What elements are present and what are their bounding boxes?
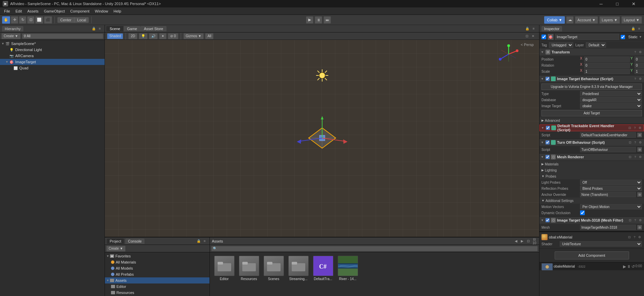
asset-river[interactable]: River - 14...	[337, 256, 359, 281]
close-button[interactable]: ✕	[626, 0, 641, 7]
asset-defaulttrackable[interactable]: C# DefaultTra...	[312, 256, 334, 281]
scene-light-btn[interactable]: 💡	[139, 33, 148, 39]
layout-dropdown[interactable]: Layout ▼	[621, 16, 642, 24]
trackable-prefab-btn[interactable]: ⊡	[627, 126, 632, 130]
project-menu-btn[interactable]: ≡	[202, 238, 207, 244]
step-button[interactable]: ⏭	[324, 16, 331, 24]
project-tab-project[interactable]: Project	[107, 238, 124, 244]
scale-x-field[interactable]	[584, 69, 630, 74]
scene-panel-lock[interactable]: 🔒	[525, 26, 530, 31]
upgrade-btn[interactable]: Upgrade to Vuforia Engine 8.3.9 via Pack…	[541, 84, 642, 90]
rot-x-field[interactable]	[584, 63, 630, 68]
trackable-event-header[interactable]: ▼ Default Trackable Event Handler (Scrip…	[539, 124, 644, 131]
advanced-subheader[interactable]: ▶ Advanced	[539, 117, 644, 123]
rotate-tool[interactable]: ↻	[19, 16, 26, 24]
collab-button[interactable]: Collab ▼	[544, 16, 565, 24]
scene-vfx-btn[interactable]: ✦	[159, 33, 166, 39]
anchor-override-pick-btn[interactable]: ⊙	[637, 192, 642, 197]
local-button[interactable]: Local	[74, 17, 89, 23]
probes-subheader[interactable]: ▼ Probes	[539, 173, 644, 179]
video-loop-btn[interactable]: ↺	[631, 264, 635, 269]
scene-tab-assetstore[interactable]: Asset Store	[140, 26, 166, 31]
transform-tool[interactable]: ⬛	[44, 16, 52, 24]
proj-item-allmodels[interactable]: All Models	[105, 265, 209, 271]
project-tab-console[interactable]: Console	[125, 238, 144, 244]
add-target-btn[interactable]: Add Target	[541, 110, 642, 116]
hierarchy-item-dirlight[interactable]: 💡 Directional Light	[0, 47, 105, 53]
hierarchy-tab[interactable]: Hierarchy	[2, 26, 23, 31]
materials-subheader[interactable]: ▶ Materials	[539, 161, 644, 167]
scale-tool[interactable]: ⊡	[27, 16, 35, 24]
inspector-tab[interactable]: Inspector	[541, 26, 562, 31]
motion-vectors-select[interactable]: Per Object Motion	[580, 204, 642, 209]
minimize-button[interactable]: ─	[593, 0, 609, 7]
turnoff-prefab-btn[interactable]: ⊡	[628, 140, 632, 145]
assets-back-btn[interactable]: ◀	[513, 238, 519, 244]
menu-file[interactable]: File	[1, 7, 13, 15]
trackable-help-btn[interactable]: ?	[632, 126, 637, 130]
anchor-override-field[interactable]	[580, 192, 636, 197]
imagetarget-help-btn[interactable]: ?	[633, 76, 638, 81]
asset-streamingassets[interactable]: Streaming...	[287, 256, 309, 281]
meshfilter-help-btn[interactable]: ?	[633, 218, 638, 223]
imagetarget-behaviour-header[interactable]: ▼ Image Target Behaviour (Script) ? ⚙	[539, 75, 644, 82]
hierarchy-item-imagetarget[interactable]: ▼ 🎯 ImageTarget	[0, 59, 105, 65]
inspector-lock-btn[interactable]: 🔒	[630, 26, 636, 31]
pos-x-field[interactable]	[584, 56, 630, 62]
turnoff-settings-btn[interactable]: ⚙	[638, 140, 643, 145]
scene-zero-btn[interactable]: ⊘ 0	[168, 33, 178, 39]
mesh-pick-btn[interactable]: ⊙	[637, 225, 642, 230]
hierarchy-create-btn[interactable]: Create ▼	[1, 33, 21, 39]
meshrenderer-help-btn[interactable]: ?	[633, 155, 638, 159]
scene-tab-game[interactable]: Game	[124, 26, 140, 31]
imagetarget-enabled-checkbox[interactable]	[546, 77, 550, 81]
turnoff-script-pick-btn[interactable]: ⊙	[637, 147, 642, 152]
meshrenderer-enabled-checkbox[interactable]	[546, 155, 550, 159]
account-dropdown[interactable]: Account ▼	[575, 16, 598, 24]
hierarchy-lock-btn[interactable]: 🔒	[91, 26, 96, 31]
scene-gizmos-btn[interactable]: Gizmos ▼	[183, 33, 204, 39]
menu-gameobject[interactable]: GameObject	[41, 7, 68, 15]
scene-panel-menu[interactable]: ≡	[531, 26, 536, 31]
proj-item-assets[interactable]: ▼ Assets	[105, 277, 209, 283]
move-tool[interactable]: ✛	[11, 16, 18, 24]
trackable-enabled-checkbox[interactable]	[546, 126, 550, 130]
meshrenderer-settings-btn[interactable]: ⚙	[638, 155, 643, 159]
proj-item-favorites[interactable]: ▼ ★ Favorites	[105, 253, 209, 259]
scene-viewport[interactable]: < Persp	[105, 40, 539, 237]
scene-target-object[interactable]	[288, 114, 356, 162]
video-play-btn[interactable]: ▶	[623, 264, 626, 269]
trackable-script-pick-btn[interactable]: ⊙	[637, 133, 642, 137]
rot-y-field[interactable]	[635, 63, 644, 68]
asset-resources[interactable]: Resources	[238, 256, 260, 281]
light-probes-select[interactable]: Off	[580, 180, 642, 185]
project-lock-btn[interactable]: 🔒	[196, 238, 201, 244]
tag-select[interactable]: Untagged	[549, 42, 573, 48]
assets-forward-btn[interactable]: ▶	[519, 238, 525, 244]
static-checkbox[interactable]	[621, 35, 625, 39]
assets-size-btn[interactable]: ⊟ 10	[532, 238, 537, 244]
meshfilter-settings-btn[interactable]: ⚙	[638, 218, 643, 223]
meshfilter-enabled-checkbox[interactable]	[546, 218, 550, 222]
reflection-probes-select[interactable]: Blend Probes	[580, 186, 642, 191]
add-component-button[interactable]: Add Component	[555, 251, 629, 259]
proj-item-allmaterials[interactable]: All Materials	[105, 259, 209, 265]
meshfilter-prefab-btn[interactable]: ⊡	[628, 218, 632, 223]
menu-component[interactable]: Component	[67, 7, 92, 15]
assets-search-input[interactable]	[211, 246, 538, 251]
scene-maximize-btn[interactable]: ⊡	[524, 33, 530, 39]
turnoff-help-btn[interactable]: ?	[633, 140, 638, 145]
menu-assets[interactable]: Assets	[25, 7, 41, 15]
menu-window[interactable]: Window	[92, 7, 111, 15]
hierarchy-item-samplescene[interactable]: ▼ 🎬 SampleScene*	[0, 41, 105, 47]
scene-tab-scene[interactable]: Scene	[106, 26, 124, 31]
hierarchy-item-arcamera[interactable]: 📷 ARCamera	[0, 53, 105, 59]
menu-edit[interactable]: Edit	[13, 7, 25, 15]
play-button[interactable]: ▶	[306, 16, 313, 24]
scene-2d-btn[interactable]: 2D	[128, 33, 137, 39]
type-select[interactable]: Predefined	[580, 91, 642, 96]
scene-all-btn[interactable]: All	[205, 33, 214, 39]
object-active-checkbox[interactable]	[541, 35, 546, 39]
hierarchy-search-input[interactable]	[22, 33, 103, 39]
hierarchy-menu-btn[interactable]: ≡	[97, 26, 103, 31]
